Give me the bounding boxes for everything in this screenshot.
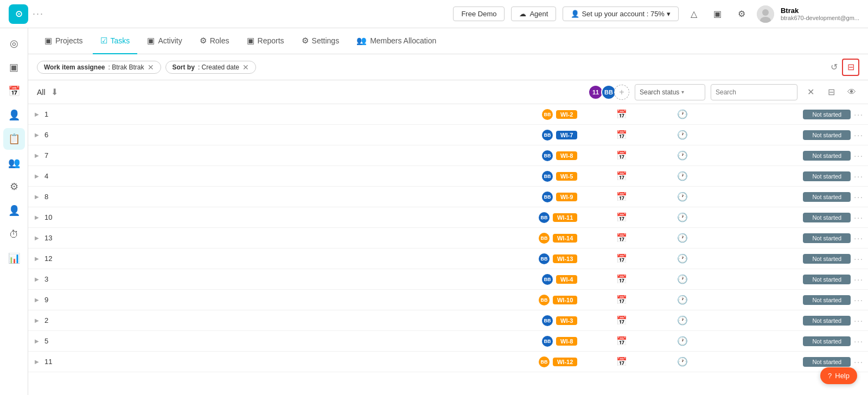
not-started-button[interactable]: Not started: [803, 316, 851, 326]
calendar-icon[interactable]: 📅: [616, 109, 627, 119]
not-started-button[interactable]: Not started: [803, 130, 851, 140]
add-member-button[interactable]: +: [614, 85, 629, 100]
calendar-icon[interactable]: 📅: [616, 130, 627, 140]
clock-icon[interactable]: 🕐: [677, 295, 688, 305]
work-item-badge[interactable]: WI-7: [556, 131, 577, 139]
tab-settings[interactable]: ⚙ Settings: [294, 28, 347, 54]
expand-icon[interactable]: ···: [33, 8, 44, 20]
avatar[interactable]: [757, 5, 774, 23]
expand-button[interactable]: ▶: [33, 194, 41, 200]
clock-icon[interactable]: 🕐: [677, 233, 688, 243]
expand-button[interactable]: ▶: [33, 132, 41, 138]
more-options-button[interactable]: ···: [854, 316, 864, 325]
sidebar-item-tasks[interactable]: 📋: [3, 128, 25, 150]
more-options-button[interactable]: ···: [854, 254, 864, 263]
work-item-badge[interactable]: WI-5: [556, 172, 577, 181]
expand-button[interactable]: ▶: [33, 297, 41, 303]
calendar-icon[interactable]: 📅: [616, 192, 627, 202]
work-item-badge[interactable]: WI-8: [556, 151, 577, 160]
work-item-badge[interactable]: WI-9: [556, 193, 577, 201]
clock-icon[interactable]: 🕐: [677, 171, 688, 181]
sidebar-item-timer[interactable]: ⏱: [3, 224, 25, 245]
clock-icon[interactable]: 🕐: [677, 109, 688, 119]
not-started-button[interactable]: Not started: [803, 192, 851, 202]
clock-icon[interactable]: 🕐: [677, 212, 688, 222]
more-options-button[interactable]: ···: [854, 296, 864, 304]
more-options-button[interactable]: ···: [854, 110, 864, 119]
help-button[interactable]: ? Help: [820, 367, 857, 384]
work-item-badge[interactable]: WI-10: [553, 296, 577, 304]
expand-button[interactable]: ▶: [33, 173, 41, 179]
not-started-button[interactable]: Not started: [803, 357, 851, 367]
not-started-button[interactable]: Not started: [803, 233, 851, 243]
toolbar-eye-button[interactable]: 👁: [844, 85, 859, 100]
calendar-icon[interactable]: 📅: [616, 295, 627, 305]
sidebar-item-reports[interactable]: 📊: [3, 247, 25, 269]
clock-icon[interactable]: 🕐: [677, 356, 688, 367]
more-options-button[interactable]: ···: [854, 193, 864, 201]
work-item-badge[interactable]: WI-4: [556, 275, 577, 284]
calendar-icon[interactable]: 📅: [616, 336, 627, 346]
not-started-button[interactable]: Not started: [803, 110, 851, 119]
tab-tasks[interactable]: ☑ Tasks: [93, 28, 138, 54]
sidebar-item-team[interactable]: 👥: [3, 152, 25, 174]
tab-roles[interactable]: ⚙ Roles: [192, 28, 237, 54]
expand-button[interactable]: ▶: [33, 338, 41, 344]
expand-button[interactable]: ▶: [33, 256, 41, 262]
expand-button[interactable]: ▶: [33, 214, 41, 220]
clock-icon[interactable]: 🕐: [677, 192, 688, 202]
clock-icon[interactable]: 🕐: [677, 274, 688, 284]
filter-reset-button[interactable]: ↺: [831, 62, 838, 72]
download-icon[interactable]: ⬇: [51, 87, 58, 97]
not-started-button[interactable]: Not started: [803, 151, 851, 161]
calendar-icon[interactable]: 📅: [616, 356, 627, 367]
calendar-icon[interactable]: 📅: [616, 150, 627, 161]
work-item-badge[interactable]: WI-14: [553, 234, 577, 243]
expand-button[interactable]: ▶: [33, 152, 41, 158]
clock-icon[interactable]: 🕐: [677, 336, 688, 346]
sidebar-item-dashboard[interactable]: ◎: [3, 33, 25, 54]
clock-icon[interactable]: 🕐: [677, 130, 688, 140]
docs-button[interactable]: ▣: [709, 5, 726, 23]
app-logo[interactable]: ⊙: [9, 4, 28, 24]
expand-button[interactable]: ▶: [33, 235, 41, 241]
more-options-button[interactable]: ···: [854, 131, 864, 139]
calendar-icon[interactable]: 📅: [616, 315, 627, 326]
not-started-button[interactable]: Not started: [803, 254, 851, 264]
tab-members-allocation[interactable]: 👥 Members Allocation: [349, 28, 444, 54]
more-options-button[interactable]: ···: [854, 172, 864, 181]
work-item-badge[interactable]: WI-3: [556, 316, 577, 325]
more-options-button[interactable]: ···: [854, 337, 864, 346]
free-demo-button[interactable]: Free Demo: [453, 7, 505, 21]
sidebar-item-settings[interactable]: ⚙: [3, 176, 25, 197]
search-status-select[interactable]: Search status ▾: [635, 84, 705, 100]
sidebar-item-monitor[interactable]: ▣: [3, 56, 25, 78]
more-options-button[interactable]: ···: [854, 275, 864, 284]
sidebar-item-user[interactable]: 👤: [3, 200, 25, 221]
tab-activity[interactable]: ▣ Activity: [139, 28, 189, 54]
more-options-button[interactable]: ···: [854, 213, 864, 222]
chip2-remove-icon[interactable]: ✕: [242, 63, 249, 71]
all-label[interactable]: All: [37, 88, 46, 97]
work-item-badge[interactable]: WI-12: [553, 358, 577, 366]
not-started-button[interactable]: Not started: [803, 336, 851, 346]
search-clear-button[interactable]: ✕: [803, 85, 818, 100]
assignee-filter-chip[interactable]: Work item assignee : Btrak Btrak ✕: [37, 61, 161, 74]
more-options-button[interactable]: ···: [854, 358, 864, 366]
more-options-button[interactable]: ···: [854, 151, 864, 160]
calendar-icon[interactable]: 📅: [616, 274, 627, 284]
tab-projects[interactable]: ▣ Projects: [37, 28, 91, 54]
settings-button[interactable]: ⚙: [733, 5, 750, 23]
work-item-badge[interactable]: WI-8: [556, 337, 577, 346]
not-started-button[interactable]: Not started: [803, 295, 851, 305]
alert-button[interactable]: △: [685, 5, 703, 23]
agent-button[interactable]: ☁ Agent: [511, 7, 556, 21]
search-input[interactable]: [716, 88, 781, 96]
expand-button[interactable]: ▶: [33, 276, 41, 282]
not-started-button[interactable]: Not started: [803, 275, 851, 284]
calendar-icon[interactable]: 📅: [616, 253, 627, 264]
sort-filter-chip[interactable]: Sort by : Created date ✕: [165, 61, 256, 74]
work-item-badge[interactable]: WI-2: [556, 110, 577, 119]
clock-icon[interactable]: 🕐: [677, 150, 688, 161]
sidebar-item-person[interactable]: 👤: [3, 104, 25, 126]
